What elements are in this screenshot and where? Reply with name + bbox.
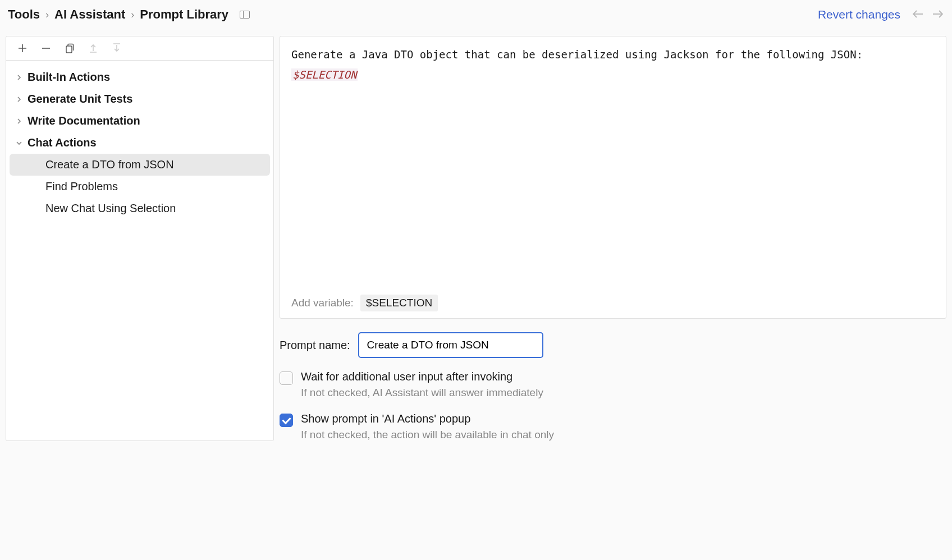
show-popup-label[interactable]: Show prompt in 'AI Actions' popup — [301, 412, 554, 425]
tree-item-label: Built-In Actions — [28, 71, 110, 84]
chevron-right-icon — [15, 117, 23, 125]
breadcrumb: Tools › AI Assistant › Prompt Library — [8, 7, 250, 22]
tree-item-find-problems[interactable]: Find Problems — [6, 176, 273, 198]
prompt-editor[interactable]: Generate a Java DTO object that can be d… — [280, 36, 946, 288]
wait-input-label[interactable]: Wait for additional user input after inv… — [301, 370, 543, 383]
tree-item-label: Find Problems — [45, 180, 118, 193]
prompt-tree: Built-In Actions Generate Unit Tests Wri… — [6, 61, 273, 225]
export-button — [87, 42, 99, 54]
copy-button[interactable] — [63, 42, 76, 54]
variable-chip[interactable]: $SELECTION — [360, 295, 438, 311]
add-button[interactable] — [16, 42, 29, 54]
tree-item-label: Write Documentation — [28, 114, 140, 127]
add-variable-label: Add variable: — [291, 297, 354, 309]
tree-item-new-chat-selection[interactable]: New Chat Using Selection — [6, 198, 273, 219]
show-popup-hint: If not checked, the action will be avail… — [301, 429, 554, 441]
tree-item-label: New Chat Using Selection — [45, 202, 176, 215]
breadcrumb-item[interactable]: Tools — [8, 7, 40, 22]
tree-item-chat-actions[interactable]: Chat Actions — [6, 132, 273, 154]
prompt-editor-box: Generate a Java DTO object that can be d… — [280, 36, 946, 319]
editor-text: Generate a Java DTO object that can be d… — [291, 48, 869, 61]
prompt-name-label: Prompt name: — [280, 339, 350, 352]
tree-item-write-documentation[interactable]: Write Documentation — [6, 110, 273, 132]
wait-input-row: Wait for additional user input after inv… — [280, 370, 946, 399]
wait-input-checkbox[interactable] — [280, 371, 293, 385]
breadcrumb-item[interactable]: Prompt Library — [140, 7, 228, 22]
revert-changes-link[interactable]: Revert changes — [818, 8, 900, 21]
chevron-right-icon: › — [45, 9, 49, 21]
variable-token: $SELECTION — [291, 68, 358, 81]
main-panel: Generate a Java DTO object that can be d… — [280, 36, 946, 441]
tree-item-builtin-actions[interactable]: Built-In Actions — [6, 66, 273, 88]
nav-forward-button — [932, 7, 944, 22]
chevron-right-icon — [15, 95, 23, 103]
chevron-right-icon — [15, 74, 23, 81]
tree-item-label: Generate Unit Tests — [28, 93, 132, 105]
wait-input-hint: If not checked, AI Assistant will answer… — [301, 387, 543, 399]
editor-footer: Add variable: $SELECTION — [280, 288, 946, 318]
chevron-right-icon: › — [131, 9, 134, 21]
prompt-tree-sidebar: Built-In Actions Generate Unit Tests Wri… — [6, 36, 274, 441]
svg-rect-0 — [66, 46, 72, 53]
chevron-down-icon — [15, 139, 23, 147]
prompt-name-input[interactable] — [358, 332, 543, 358]
tree-toolbar — [6, 36, 273, 61]
show-popup-checkbox[interactable] — [280, 414, 293, 427]
breadcrumb-item[interactable]: AI Assistant — [54, 7, 125, 22]
tree-item-label: Create a DTO from JSON — [45, 158, 174, 171]
collapse-panel-icon[interactable] — [240, 11, 250, 19]
tree-item-generate-unit-tests[interactable]: Generate Unit Tests — [6, 88, 273, 110]
tree-item-create-dto[interactable]: Create a DTO from JSON — [10, 154, 270, 176]
remove-button[interactable] — [40, 42, 52, 54]
tree-item-label: Chat Actions — [28, 136, 97, 149]
show-popup-row: Show prompt in 'AI Actions' popup If not… — [280, 412, 946, 441]
prompt-name-row: Prompt name: — [280, 332, 946, 358]
nav-back-button — [912, 7, 924, 22]
import-button — [111, 42, 123, 54]
